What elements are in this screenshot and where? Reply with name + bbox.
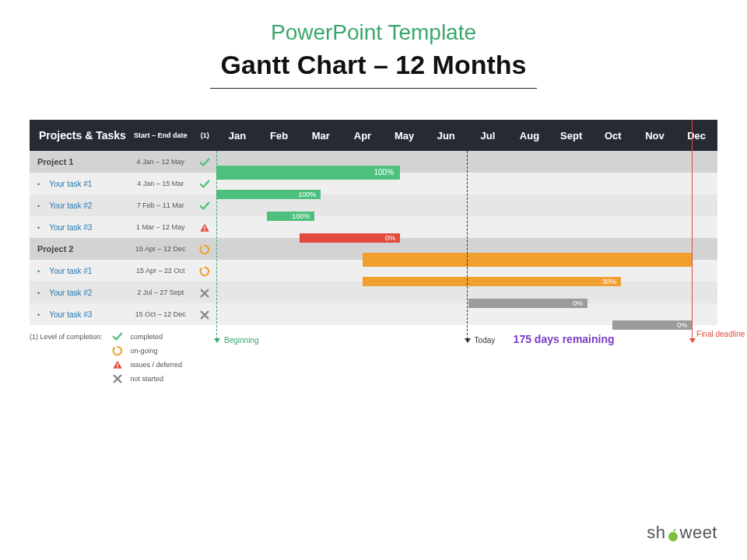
task-bar: 0% — [468, 299, 587, 308]
header-row: Projects & Tasks Start – End date (1) Ja… — [30, 120, 717, 151]
bullet-icon: • — [37, 224, 40, 232]
project-bar: 100% — [216, 166, 400, 180]
col-month: Jun — [425, 120, 467, 151]
project-name: Project 1 — [37, 157, 73, 166]
date-range: 4 Jan – 12 May — [136, 158, 184, 166]
status-cell — [193, 260, 216, 282]
completion-label: 100% — [292, 212, 310, 220]
legend-item: issues / deferred — [112, 359, 183, 370]
col-month: Feb — [258, 120, 300, 151]
col-month: May — [384, 120, 426, 151]
legend-item: on-going — [112, 345, 183, 356]
col-month: Oct — [592, 120, 634, 151]
bullet-icon: • — [37, 180, 40, 188]
date-range: 4 Jan – 15 Mar — [137, 180, 184, 187]
task-name: Your task #1 — [49, 180, 92, 188]
bullet-icon: • — [37, 289, 40, 297]
warning-icon — [112, 359, 123, 370]
task-name: Your task #2 — [49, 201, 92, 210]
col-projects-tasks: Projects & Tasks — [30, 120, 128, 151]
status-cell — [193, 194, 216, 216]
legend-label: completed — [131, 333, 163, 341]
page-title: Gantt Chart – 12 Months — [30, 50, 717, 80]
completion-label: 100% — [298, 191, 316, 198]
cycle-icon — [199, 244, 210, 255]
days-remaining: 175 days remaining — [514, 333, 615, 345]
project-bar — [363, 253, 692, 267]
bullet-icon: • — [37, 311, 40, 319]
status-cell — [193, 151, 216, 173]
cross-icon — [199, 310, 210, 320]
task-bar: 100% — [267, 212, 315, 221]
warning-icon — [199, 222, 210, 233]
legend-label: issues / deferred — [131, 361, 183, 369]
cycle-icon — [112, 345, 123, 356]
task-row: •Your task #315 Oct – 12 Dec0% — [30, 303, 717, 325]
project-name: Project 2 — [37, 244, 73, 254]
brand-logo: shweet — [647, 523, 717, 543]
check-icon — [199, 179, 210, 190]
task-bar: 0% — [612, 320, 692, 330]
legend-label: not started — [131, 375, 164, 383]
bullet-icon: • — [37, 268, 40, 275]
date-range: 15 Oct – 12 Dec — [135, 310, 186, 318]
completion-label: 0% — [573, 299, 583, 307]
cross-icon — [199, 288, 210, 299]
task-bar: 30% — [363, 277, 621, 286]
legend-title: (1) Level of completion: — [30, 331, 103, 384]
col-month: Apr — [342, 120, 384, 151]
completion-label: 30% — [602, 278, 616, 285]
brand-leaf-icon — [666, 527, 680, 541]
check-icon — [112, 331, 123, 342]
bullet-icon: • — [37, 202, 40, 210]
beginning-marker-label: Beginning — [224, 336, 258, 345]
col-month: Dec — [675, 120, 717, 151]
status-cell — [193, 282, 216, 303]
brand-pre: sh — [647, 523, 665, 542]
legend-label: on-going — [131, 347, 158, 355]
cycle-icon — [199, 266, 210, 277]
date-range: 2 Jul – 27 Sept — [137, 289, 184, 296]
today-marker-label: Today — [475, 336, 496, 345]
date-range: 7 Feb – 11 Mar — [137, 201, 184, 209]
final-deadline-label: Final deadline — [696, 330, 728, 338]
col-month: Mar — [300, 120, 342, 151]
task-name: Your task #3 — [49, 223, 92, 232]
title-rule — [210, 88, 537, 89]
status-cell — [193, 173, 216, 194]
col-status: (1) — [193, 120, 216, 151]
task-row: •Your task #31 Mar – 12 May0% — [30, 216, 717, 238]
svg-point-2 — [668, 532, 678, 541]
col-month: Nov — [634, 120, 676, 151]
col-month: Sept — [550, 120, 592, 151]
completion-label: 0% — [677, 321, 687, 329]
legend-item: completed — [112, 331, 183, 342]
legend-item: not started — [112, 373, 183, 384]
task-row: •Your task #27 Feb – 11 Mar100% — [30, 194, 717, 216]
date-range: 1 Mar – 12 May — [136, 223, 185, 231]
project-row: Project 14 Jan – 12 May100% — [30, 151, 717, 173]
status-cell — [193, 303, 216, 325]
task-name: Your task #2 — [49, 289, 92, 297]
status-cell — [193, 238, 216, 260]
task-bar: 0% — [300, 233, 400, 243]
col-dates: Start – End date — [128, 120, 193, 151]
cross-icon — [112, 373, 123, 384]
task-name: Your task #3 — [49, 310, 92, 319]
date-range: 15 Apr – 22 Oct — [136, 267, 185, 275]
col-month: Jan — [216, 120, 258, 151]
completion-label: 0% — [385, 234, 395, 242]
check-icon — [199, 201, 210, 212]
gantt-chart: Projects & Tasks Start – End date (1) Ja… — [30, 120, 717, 325]
brand-post: weet — [680, 523, 717, 542]
date-range: 15 Apr – 12 Dec — [135, 245, 186, 253]
page-subtitle: PowerPoint Template — [30, 20, 717, 45]
task-name: Your task #1 — [49, 267, 92, 275]
col-month: Aug — [509, 120, 551, 151]
task-bar: 100% — [216, 190, 321, 199]
col-month: Jul — [467, 120, 509, 151]
legend: (1) Level of completion: completedon-goi… — [30, 331, 182, 384]
status-cell — [193, 216, 216, 238]
check-icon — [199, 157, 210, 168]
completion-label: 100% — [374, 168, 394, 177]
